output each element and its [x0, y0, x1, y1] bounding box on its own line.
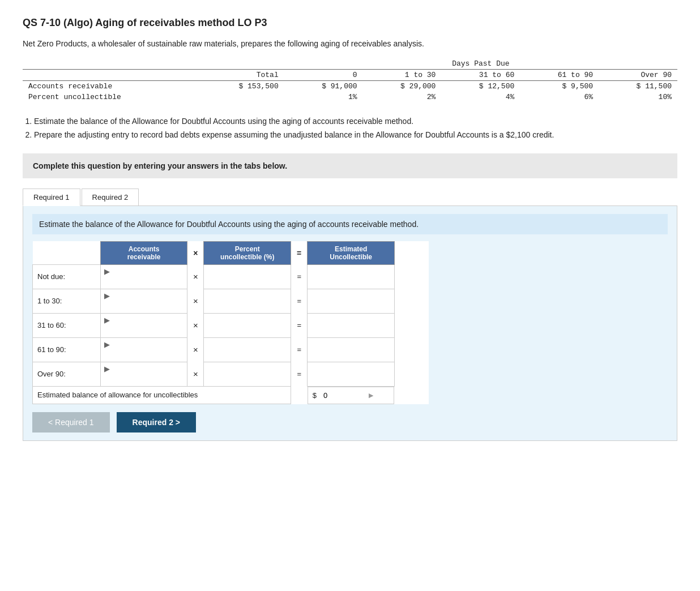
label-61to90: 61 to 90: [33, 337, 101, 362]
pct-field-1to30[interactable] [207, 296, 287, 306]
footer-row: Estimated balance of allowance for uncol… [33, 386, 429, 404]
aging-table-wrapper: Days Past Due Total 0 1 to 30 31 to 60 6… [23, 58, 677, 102]
col-header-total: Total [198, 70, 284, 81]
col-header-over90: Over 90 [599, 70, 677, 81]
equals-over90: = [291, 362, 308, 386]
label-over90: Over 90: [33, 362, 101, 386]
equals-1to30: = [291, 289, 308, 313]
multiply-over90: × [187, 362, 204, 386]
intro-text: Net Zero Products, a wholesaler of susta… [23, 39, 677, 48]
tab-content: Estimate the balance of the Allowance fo… [23, 205, 677, 442]
pct-input-not-due[interactable] [204, 264, 291, 289]
col-header-extra [394, 241, 428, 264]
pct-over90: 10% [599, 92, 677, 102]
pct-input-61to90[interactable] [204, 337, 291, 362]
page-title: QS 7-10 (Algo) Aging of receivables meth… [23, 17, 677, 29]
ar-field-61to90[interactable] [104, 349, 183, 359]
footer-equals [291, 386, 308, 404]
btn-required-2[interactable]: Required 2 [117, 412, 196, 432]
table-row: Accounts receivable $ 153,500 $ 91,000 $… [23, 81, 677, 92]
pct-61to90: 6% [520, 92, 599, 102]
pct-field-not-due[interactable] [207, 271, 287, 282]
est-field-not-due[interactable] [311, 271, 391, 282]
footer-value-cell[interactable]: $ ▶ [308, 387, 395, 404]
col-header-estimated-uncollectible: EstimatedUncollectible [308, 241, 395, 264]
col-header-1to30: 1 to 30 [363, 70, 442, 81]
ar-over90: $ 11,500 [599, 81, 677, 92]
equals-operator-header: = [291, 241, 308, 264]
multiply-1to30: × [187, 289, 204, 313]
est-input-not-due[interactable] [308, 264, 395, 289]
est-input-over90[interactable] [308, 362, 395, 386]
equals-31to60: = [291, 313, 308, 337]
ar-0: $ 91,000 [284, 81, 363, 92]
col-header-0: 0 [284, 70, 363, 81]
row-61to90: 61 to 90: ▶ × = [33, 337, 429, 362]
col-header-percent-uncollectible: Percentuncollectible (%) [204, 241, 291, 264]
pct-field-61to90[interactable] [207, 344, 287, 355]
days-past-due-header: Days Past Due [284, 58, 677, 70]
footer-label: Estimated balance of allowance for uncol… [33, 386, 291, 404]
pct-input-1to30[interactable] [204, 289, 291, 313]
question-1: Estimate the balance of the Allowance fo… [34, 115, 677, 129]
btn-required-1[interactable]: Required 1 [32, 412, 110, 432]
est-input-1to30[interactable] [308, 289, 395, 313]
row-over90: Over 90: ▶ × = [33, 362, 429, 386]
pct-input-over90[interactable] [204, 362, 291, 386]
col-header-61to90: 61 to 90 [520, 70, 599, 81]
dollar-sign: $ [313, 391, 319, 400]
ar-61to90: $ 9,500 [520, 81, 599, 92]
pct-field-31to60[interactable] [207, 320, 287, 331]
label-not-due: Not due: [33, 264, 101, 289]
ar-input-1to30[interactable]: ▶ [101, 289, 187, 313]
footer-value-input[interactable] [321, 390, 366, 401]
nav-buttons: Required 1 Required 2 [32, 412, 668, 432]
multiply-not-due: × [187, 264, 204, 289]
est-field-31to60[interactable] [311, 320, 391, 331]
est-field-over90[interactable] [311, 369, 391, 379]
label-31to60: 31 to 60: [33, 313, 101, 337]
est-input-31to60[interactable] [308, 313, 395, 337]
col-header-accounts-receivable: Accountsreceivable [101, 241, 187, 264]
col-header-31to60: 31 to 60 [441, 70, 520, 81]
est-field-61to90[interactable] [311, 344, 391, 355]
row-not-due: Not due: ▶ × = [33, 264, 429, 289]
multiply-61to90: × [187, 337, 204, 362]
col-header-empty [23, 70, 198, 81]
ar-field-not-due[interactable] [104, 276, 183, 286]
equals-61to90: = [291, 337, 308, 362]
ar-1to30: $ 29,000 [363, 81, 442, 92]
pct-total [198, 92, 284, 102]
ar-input-not-due[interactable]: ▶ [101, 264, 187, 289]
ar-field-31to60[interactable] [104, 324, 183, 335]
arrow-left-icon [48, 418, 55, 427]
arrow-right-icon [176, 418, 180, 427]
multiply-operator-header: × [187, 241, 204, 264]
multiply-31to60: × [187, 313, 204, 337]
ar-input-61to90[interactable]: ▶ [101, 337, 187, 362]
equals-not-due: = [291, 264, 308, 289]
ar-input-31to60[interactable]: ▶ [101, 313, 187, 337]
ar-input-over90[interactable]: ▶ [101, 362, 187, 386]
est-input-61to90[interactable] [308, 337, 395, 362]
complete-box: Complete this question by entering your … [23, 153, 677, 178]
cursor-indicator: ▶ [369, 392, 373, 399]
label-1to30: 1 to 30: [33, 289, 101, 313]
row-label-pct: Percent uncollectible [23, 92, 198, 102]
ar-field-1to30[interactable] [104, 300, 183, 311]
row-1to30: 1 to 30: ▶ × = [33, 289, 429, 313]
row-label-ar: Accounts receivable [23, 81, 198, 92]
est-field-1to30[interactable] [311, 296, 391, 306]
tab-required-1[interactable]: Required 1 [23, 189, 80, 206]
ar-field-over90[interactable] [104, 373, 183, 384]
answer-table: Accountsreceivable × Percentuncollectibl… [32, 241, 429, 405]
row-31to60: 31 to 60: ▶ × = [33, 313, 429, 337]
pct-31to60: 4% [441, 92, 520, 102]
pct-input-31to60[interactable] [204, 313, 291, 337]
aging-table: Days Past Due Total 0 1 to 30 31 to 60 6… [23, 58, 677, 102]
pct-field-over90[interactable] [207, 369, 287, 379]
questions-section: Estimate the balance of the Allowance fo… [23, 115, 677, 142]
tab-required-2[interactable]: Required 2 [82, 189, 139, 206]
ar-total: $ 153,500 [198, 81, 284, 92]
ar-31to60: $ 12,500 [441, 81, 520, 92]
